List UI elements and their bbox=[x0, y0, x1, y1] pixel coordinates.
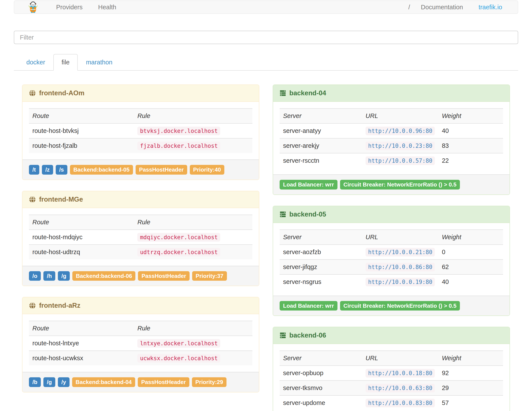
server-stack-icon bbox=[280, 332, 286, 339]
route-row: route-host-ucwksxucwksx.docker.localhost bbox=[29, 351, 252, 365]
server-url-link[interactable]: http://10.0.0.63:80 bbox=[366, 384, 435, 392]
path-tag: /o bbox=[29, 271, 41, 281]
frontends-column: frontend-AOm Route Rule route-host-btvks… bbox=[22, 85, 259, 411]
nav-providers[interactable]: Providers bbox=[48, 4, 90, 11]
traefik-logo[interactable] bbox=[28, 1, 38, 13]
navbar: Providers Health / Documentation traefik… bbox=[14, 0, 518, 14]
servers-table-header-row: Server URL Weight bbox=[280, 351, 503, 366]
weight-cell: 22 bbox=[438, 153, 503, 168]
servers-table-header-row: Server URL Weight bbox=[280, 108, 503, 123]
rule-code: mdqiyc.docker.localhost bbox=[137, 233, 220, 242]
frontend-badge: PassHostHeader bbox=[138, 377, 189, 387]
route-name-cell: route-host-lntxye bbox=[29, 336, 134, 351]
tab-docker[interactable]: docker bbox=[18, 54, 53, 71]
rule-code: ucwksx.docker.localhost bbox=[137, 354, 220, 362]
backend-card-header: backend-06 bbox=[273, 327, 510, 344]
server-column-header: Server bbox=[280, 351, 362, 366]
backend-card: backend-04 Server URL Weight server-anat… bbox=[273, 85, 510, 195]
url-cell: http://10.0.0.86:80 bbox=[362, 260, 438, 274]
backend-card-header: backend-04 bbox=[273, 85, 510, 102]
weight-cell: 83 bbox=[438, 138, 503, 153]
rule-column-header: Rule bbox=[134, 321, 252, 336]
weight-cell: 0 bbox=[438, 245, 503, 260]
server-row: server-arekjyhttp://10.0.0.23:8083 bbox=[280, 138, 503, 153]
tab-file[interactable]: file bbox=[53, 54, 78, 71]
navbar-left: Providers Health bbox=[28, 1, 124, 13]
path-tag: /z bbox=[42, 165, 53, 175]
server-row: server-aozfzbhttp://10.0.0.21:800 bbox=[280, 245, 503, 260]
backend-badge: Circuit Breaker: NetworkErrorRatio () > … bbox=[340, 301, 460, 311]
server-url-link[interactable]: http://10.0.0.96:80 bbox=[366, 127, 435, 135]
routes-table: Route Rule route-host-lntxyelntxye.docke… bbox=[29, 321, 252, 365]
server-row: server-opbuophttp://10.0.0.18:8092 bbox=[280, 366, 503, 381]
server-url-link[interactable]: http://10.0.0.86:80 bbox=[366, 263, 435, 271]
main-container: docker file marathon frontend-AOm Route bbox=[14, 14, 518, 411]
backend-card-footer: Load Balancer: wrrCircuit Breaker: Netwo… bbox=[273, 296, 510, 316]
backend-card: backend-05 Server URL Weight server-aozf… bbox=[273, 206, 510, 316]
backend-title: backend-06 bbox=[289, 332, 326, 339]
traefik-logo-icon bbox=[28, 1, 38, 13]
url-cell: http://10.0.0.23:80 bbox=[362, 138, 438, 153]
server-name-cell: server-arekjy bbox=[280, 138, 362, 153]
rule-code: udtrzq.docker.localhost bbox=[137, 248, 220, 256]
server-name-cell: server-tksmvo bbox=[280, 381, 362, 395]
routes-table: Route Rule route-host-mdqiycmdqiyc.docke… bbox=[29, 215, 252, 259]
tab-marathon[interactable]: marathon bbox=[78, 54, 121, 71]
server-url-link[interactable]: http://10.0.0.57:80 bbox=[366, 157, 435, 165]
nav-slash[interactable]: / bbox=[405, 4, 413, 11]
frontend-card: frontend-aRz Route Rule route-host-lntxy… bbox=[22, 297, 259, 392]
frontend-badge: Priority:37 bbox=[192, 271, 227, 281]
server-url-link[interactable]: http://10.0.0.23:80 bbox=[366, 142, 435, 150]
path-tag: /y bbox=[58, 377, 69, 387]
frontend-badge: Backend:backend-06 bbox=[72, 271, 135, 281]
server-url-link[interactable]: http://10.0.0.21:80 bbox=[366, 248, 435, 256]
server-url-link[interactable]: http://10.0.0.83:80 bbox=[366, 399, 435, 407]
filter-input[interactable] bbox=[14, 31, 518, 44]
frontend-badge: PassHostHeader bbox=[138, 271, 190, 281]
server-name-cell: server-nsgrus bbox=[280, 274, 362, 289]
route-column-header: Route bbox=[29, 321, 134, 336]
rule-cell: udtrzq.docker.localhost bbox=[134, 245, 252, 259]
backend-title: backend-05 bbox=[289, 210, 326, 218]
globe-icon bbox=[29, 196, 36, 203]
rule-cell: mdqiyc.docker.localhost bbox=[134, 230, 252, 245]
server-row: server-jifqgzhttp://10.0.0.86:8062 bbox=[280, 260, 503, 274]
backend-badge: Circuit Breaker: NetworkErrorRatio () > … bbox=[340, 180, 460, 189]
route-row: route-host-mdqiycmdqiyc.docker.localhost bbox=[29, 230, 252, 245]
weight-cell: 40 bbox=[438, 123, 503, 138]
frontend-title: frontend-MGe bbox=[39, 196, 83, 203]
routes-table-header-row: Route Rule bbox=[29, 215, 252, 230]
url-cell: http://10.0.0.96:80 bbox=[362, 123, 438, 138]
route-row: route-host-udtrzqudtrzq.docker.localhost bbox=[29, 245, 252, 259]
nav-traefik-site[interactable]: traefik.io bbox=[471, 4, 510, 11]
path-tag: /t bbox=[29, 165, 39, 175]
nav-health[interactable]: Health bbox=[90, 4, 124, 11]
weight-cell: 29 bbox=[438, 381, 503, 395]
url-column-header: URL bbox=[362, 230, 438, 245]
nav-documentation[interactable]: Documentation bbox=[413, 4, 471, 11]
backend-card-body: Server URL Weight server-opbuophttp://10… bbox=[273, 344, 510, 411]
server-url-link[interactable]: http://10.0.0.18:80 bbox=[366, 369, 435, 378]
url-cell: http://10.0.0.57:80 bbox=[362, 153, 438, 168]
backend-badge: Load Balancer: wrr bbox=[280, 301, 337, 311]
content-grid: frontend-AOm Route Rule route-host-btvks… bbox=[14, 71, 518, 411]
weight-cell: 57 bbox=[438, 395, 503, 410]
frontend-badge: Backend:backend-05 bbox=[70, 165, 133, 175]
frontend-card-footer: /o/h/gBackend:backend-06PassHostHeaderPr… bbox=[22, 266, 259, 286]
server-name-cell: server-updome bbox=[280, 395, 362, 410]
weight-cell: 62 bbox=[438, 260, 503, 274]
rule-cell: fjzalb.docker.localhost bbox=[134, 138, 252, 153]
globe-icon bbox=[29, 90, 36, 97]
server-stack-icon bbox=[280, 90, 286, 97]
server-column-header: Server bbox=[280, 230, 362, 245]
server-url-link[interactable]: http://10.0.0.19:80 bbox=[366, 278, 435, 286]
server-row: server-nsgrushttp://10.0.0.19:8040 bbox=[280, 274, 503, 289]
servers-table-header-row: Server URL Weight bbox=[280, 230, 503, 245]
server-name-cell: server-rscctn bbox=[280, 153, 362, 168]
server-row: server-updomehttp://10.0.0.83:8057 bbox=[280, 395, 503, 410]
route-name-cell: route-host-btvksj bbox=[29, 123, 134, 138]
route-row: route-host-fjzalbfjzalb.docker.localhost bbox=[29, 138, 252, 153]
route-name-cell: route-host-fjzalb bbox=[29, 138, 134, 153]
server-row: server-anatyyhttp://10.0.0.96:8040 bbox=[280, 123, 503, 138]
frontend-card-footer: /b/g/yBackend:backend-04PassHostHeaderPr… bbox=[22, 372, 259, 392]
